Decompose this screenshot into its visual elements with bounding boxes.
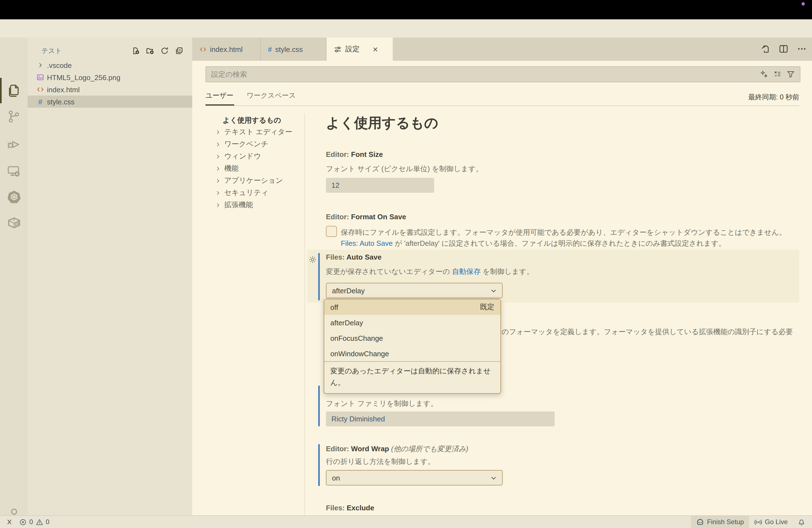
tab-style-css[interactable]: # style.css	[261, 38, 327, 61]
new-file-icon[interactable]	[131, 46, 140, 55]
explorer-header: テスト	[28, 44, 192, 57]
setting-format-on-save-description: 保存時にファイルを書式設定します。フォーマッタが使用可能である必要があり、エディ…	[341, 227, 800, 249]
collapse-all-icon[interactable]	[175, 46, 184, 55]
chevron-down-icon	[490, 474, 497, 481]
setting-format-on-save-label: Editor: Format On Save	[326, 212, 406, 221]
toc-item-extensions[interactable]: 拡張機能	[215, 200, 253, 210]
tab-strip: index.html # style.css 設定	[192, 38, 812, 61]
scope-tab-user[interactable]: ユーザー	[205, 91, 233, 104]
activity-kubernetes[interactable]	[0, 184, 28, 209]
activity-run-debug[interactable]	[0, 131, 28, 157]
css-file-icon: #	[268, 45, 272, 53]
file-row-html[interactable]: index.html	[28, 84, 192, 96]
settings-search-actions	[760, 70, 795, 78]
error-icon[interactable]	[19, 518, 27, 526]
setting-auto-save-label: Files: Auto Save	[326, 253, 381, 261]
tab-label: index.html	[210, 45, 243, 53]
finish-setup-button[interactable]: Finish Setup	[691, 516, 749, 528]
new-folder-icon[interactable]	[146, 46, 155, 55]
copilot-icon	[696, 518, 704, 526]
editor-group: index.html # style.css 設定	[192, 38, 812, 515]
finish-setup-label: Finish Setup	[707, 518, 744, 526]
scope-divider	[205, 105, 799, 106]
activity-explorer[interactable]	[0, 78, 28, 103]
activity-bar	[0, 38, 28, 515]
word-wrap-select[interactable]: on	[326, 470, 503, 485]
tab-index-html[interactable]: index.html	[192, 38, 261, 61]
file-row-vscode[interactable]: .vscode	[28, 59, 192, 71]
chevron-right-icon	[215, 129, 221, 135]
activity-source-control[interactable]	[0, 104, 28, 129]
refresh-icon[interactable]	[160, 46, 169, 55]
warning-icon[interactable]	[35, 518, 43, 526]
toc-item-features[interactable]: 機能	[215, 163, 238, 173]
toc-item-workbench[interactable]: ワークベンチ	[215, 139, 268, 149]
broadcast-icon	[754, 518, 762, 526]
split-editor-icon[interactable]	[779, 44, 788, 54]
html-file-icon	[36, 86, 45, 93]
activity-docker[interactable]	[0, 210, 28, 235]
default-badge: 既定	[480, 302, 494, 312]
toc-item-security[interactable]: セキュリティ	[215, 188, 269, 198]
chevron-right-icon	[36, 62, 45, 69]
font-size-input[interactable]: 12	[326, 178, 434, 193]
setting-word-wrap-description: 行の折り返し方法を制御します。	[326, 457, 435, 467]
setting-gear-icon[interactable]	[308, 255, 317, 264]
workspace-title: テスト	[41, 46, 62, 56]
explorer-sidebar: テスト .vscode	[28, 38, 192, 515]
more-actions-icon[interactable]	[797, 44, 807, 54]
settings-scope-tabs: ユーザー ワークスペース	[205, 91, 296, 104]
settings-search-placeholder: 設定の検索	[211, 69, 247, 79]
notification-dot	[801, 2, 805, 5]
font-family-input[interactable]: Ricty Diminished	[326, 411, 555, 426]
file-name: .vscode	[47, 61, 72, 69]
debug-icon	[6, 137, 21, 151]
remote-indicator-icon[interactable]	[5, 518, 13, 526]
go-live-label: Go Live	[765, 518, 788, 526]
dropdown-option-afterdelay[interactable]: afterDelay	[324, 315, 501, 330]
format-on-save-checkbox[interactable]	[326, 226, 337, 237]
file-row-css-selected[interactable]: # style.css	[28, 96, 192, 108]
go-live-button[interactable]: Go Live	[749, 516, 793, 528]
toc-item-text-editor[interactable]: テキスト エディター	[215, 127, 292, 137]
editor-actions	[760, 44, 807, 54]
settings-heading: よく使用するもの	[326, 114, 438, 132]
auto-save-select[interactable]: afterDelay	[326, 283, 503, 298]
close-icon[interactable]	[372, 46, 379, 53]
toc-divider	[304, 113, 305, 515]
setting-exclude-label: Files: Exclude	[326, 504, 374, 512]
setting-auto-save-description: 変更が保存されていないエディターの 自動保存 を制御します。	[326, 267, 534, 277]
toc-item-active[interactable]: よく使用するもの	[222, 115, 281, 126]
dropdown-option-onfocuschange[interactable]: onFocusChange	[324, 330, 501, 346]
auto-save-link[interactable]: 自動保存	[452, 267, 481, 276]
setting-font-size-description: フォント サイズ (ピクセル単位) を制御します。	[326, 164, 483, 174]
tab-settings[interactable]: 設定	[327, 38, 393, 61]
modified-elsewhere-note: (他の場所でも変更済み)	[391, 444, 468, 453]
dropdown-option-onwindowchange[interactable]: onWindowChange	[324, 346, 501, 361]
chevron-right-icon	[215, 165, 221, 172]
warning-count: 0	[46, 518, 49, 526]
filter-funnel-icon[interactable]	[787, 70, 795, 78]
settings-search-input[interactable]: 設定の検索	[205, 66, 800, 82]
clear-filters-icon[interactable]	[773, 70, 782, 78]
auto-save-dropdown: off 既定 afterDelay onFocusChange onWindow…	[324, 299, 501, 394]
status-right: Finish Setup Go Live	[691, 516, 812, 528]
open-settings-json-icon[interactable]	[760, 44, 770, 54]
chevron-right-icon	[215, 178, 221, 184]
files-auto-save-link[interactable]: Files: Auto Save	[341, 239, 393, 247]
toc-item-window[interactable]: ウィンドウ	[215, 151, 261, 161]
error-count: 0	[29, 518, 33, 526]
sparkle-search-icon[interactable]	[760, 70, 768, 78]
dropdown-option-off[interactable]: off 既定	[324, 299, 501, 315]
setting-font-size-label: Editor: Font Size	[326, 150, 383, 159]
title-bar: テスト	[0, 19, 812, 38]
toc-item-application[interactable]: アプリケーション	[215, 176, 283, 186]
notifications-button[interactable]	[793, 516, 812, 528]
activity-remote-explorer[interactable]	[0, 159, 28, 184]
scope-tab-workspace[interactable]: ワークスペース	[247, 91, 296, 104]
file-row-png[interactable]: HTML5_Logo_256.png	[28, 71, 192, 84]
kubernetes-icon	[6, 189, 21, 204]
files-icon	[6, 84, 21, 98]
settings-sliders-icon	[334, 45, 342, 53]
chevron-right-icon	[215, 202, 221, 208]
